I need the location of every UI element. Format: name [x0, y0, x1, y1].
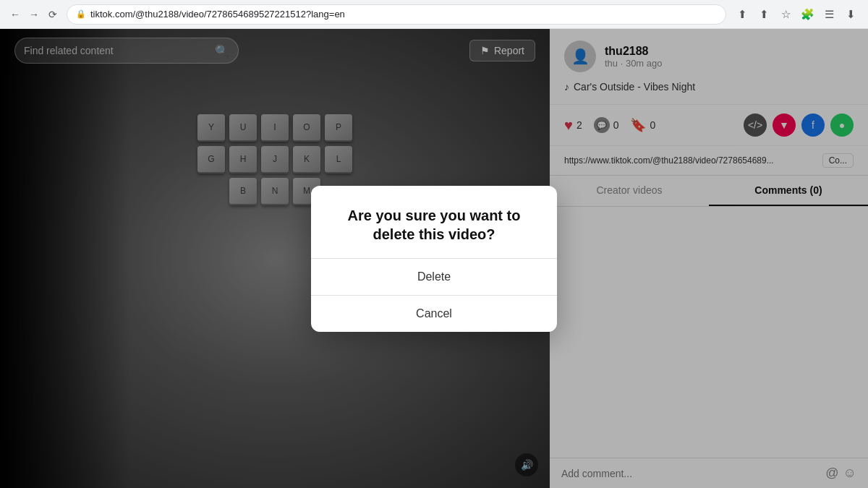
modal-title: Are you sure you want to delete this vid…	[328, 206, 540, 244]
extensions-icon[interactable]: 🧩	[799, 6, 816, 23]
modal-title-section: Are you sure you want to delete this vid…	[311, 186, 557, 259]
lock-icon: 🔒	[76, 9, 86, 19]
browser-chrome: ← → ⟳ 🔒 tiktok.com/@thu2188/video/727865…	[0, 0, 868, 29]
url-text: tiktok.com/@thu2188/video/72786546895272…	[90, 9, 717, 20]
delete-confirmation-dialog: Are you sure you want to delete this vid…	[311, 186, 557, 332]
back-button[interactable]: ←	[9, 8, 22, 21]
download-page-icon[interactable]: ⬆	[733, 6, 751, 23]
address-bar[interactable]: 🔒 tiktok.com/@thu2188/video/727865468952…	[67, 4, 726, 25]
cancel-button[interactable]: Cancel	[311, 296, 557, 332]
modal-overlay[interactable]: Are you sure you want to delete this vid…	[0, 29, 868, 488]
share-icon[interactable]: ⬆	[755, 6, 773, 23]
menu-icon[interactable]: ☰	[820, 6, 838, 23]
reload-button[interactable]: ⟳	[46, 8, 59, 21]
forward-button[interactable]: →	[27, 8, 41, 21]
bookmark-star-icon[interactable]: ☆	[777, 6, 794, 23]
download-icon[interactable]: ⬇	[842, 6, 859, 23]
delete-button[interactable]: Delete	[311, 259, 557, 296]
